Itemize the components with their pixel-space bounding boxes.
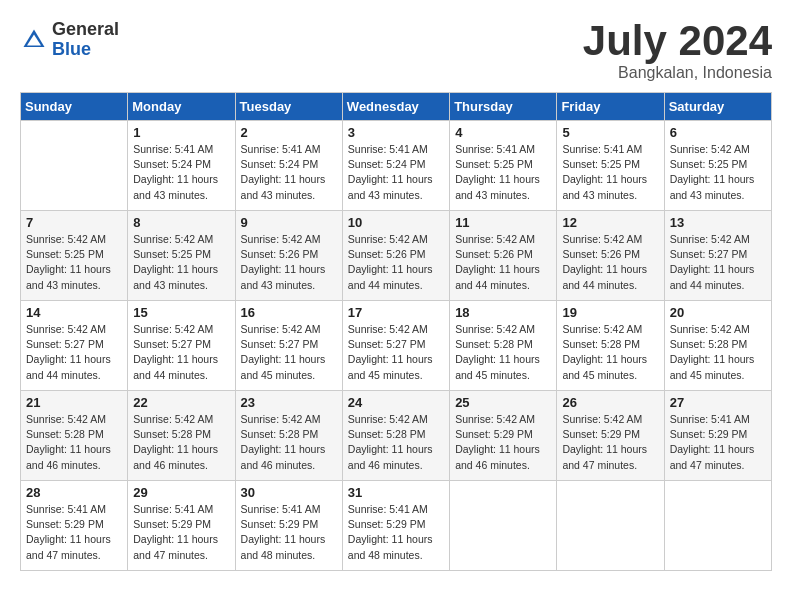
day-number: 14 (26, 305, 122, 320)
calendar-cell (21, 121, 128, 211)
calendar-cell: 2Sunrise: 5:41 AMSunset: 5:24 PMDaylight… (235, 121, 342, 211)
day-number: 9 (241, 215, 337, 230)
weekday-header: Thursday (450, 93, 557, 121)
day-number: 27 (670, 395, 766, 410)
calendar-cell: 3Sunrise: 5:41 AMSunset: 5:24 PMDaylight… (342, 121, 449, 211)
calendar-cell: 20Sunrise: 5:42 AMSunset: 5:28 PMDayligh… (664, 301, 771, 391)
calendar-cell: 16Sunrise: 5:42 AMSunset: 5:27 PMDayligh… (235, 301, 342, 391)
cell-info: Sunrise: 5:41 AMSunset: 5:25 PMDaylight:… (562, 142, 658, 203)
cell-info: Sunrise: 5:42 AMSunset: 5:28 PMDaylight:… (455, 322, 551, 383)
calendar-cell: 15Sunrise: 5:42 AMSunset: 5:27 PMDayligh… (128, 301, 235, 391)
day-number: 19 (562, 305, 658, 320)
cell-info: Sunrise: 5:42 AMSunset: 5:28 PMDaylight:… (348, 412, 444, 473)
day-number: 13 (670, 215, 766, 230)
cell-info: Sunrise: 5:42 AMSunset: 5:28 PMDaylight:… (241, 412, 337, 473)
day-number: 6 (670, 125, 766, 140)
calendar-cell: 4Sunrise: 5:41 AMSunset: 5:25 PMDaylight… (450, 121, 557, 211)
cell-info: Sunrise: 5:42 AMSunset: 5:25 PMDaylight:… (26, 232, 122, 293)
calendar-cell: 19Sunrise: 5:42 AMSunset: 5:28 PMDayligh… (557, 301, 664, 391)
day-number: 11 (455, 215, 551, 230)
day-number: 29 (133, 485, 229, 500)
calendar-cell: 28Sunrise: 5:41 AMSunset: 5:29 PMDayligh… (21, 481, 128, 571)
calendar-cell: 24Sunrise: 5:42 AMSunset: 5:28 PMDayligh… (342, 391, 449, 481)
cell-info: Sunrise: 5:41 AMSunset: 5:24 PMDaylight:… (133, 142, 229, 203)
day-number: 8 (133, 215, 229, 230)
logo: General Blue (20, 20, 119, 60)
calendar-cell: 8Sunrise: 5:42 AMSunset: 5:25 PMDaylight… (128, 211, 235, 301)
day-number: 3 (348, 125, 444, 140)
day-number: 12 (562, 215, 658, 230)
cell-info: Sunrise: 5:41 AMSunset: 5:29 PMDaylight:… (348, 502, 444, 563)
calendar-cell (664, 481, 771, 571)
cell-info: Sunrise: 5:42 AMSunset: 5:26 PMDaylight:… (455, 232, 551, 293)
cell-info: Sunrise: 5:42 AMSunset: 5:28 PMDaylight:… (670, 322, 766, 383)
cell-info: Sunrise: 5:42 AMSunset: 5:27 PMDaylight:… (241, 322, 337, 383)
day-number: 5 (562, 125, 658, 140)
calendar-cell: 7Sunrise: 5:42 AMSunset: 5:25 PMDaylight… (21, 211, 128, 301)
day-number: 4 (455, 125, 551, 140)
cell-info: Sunrise: 5:42 AMSunset: 5:26 PMDaylight:… (241, 232, 337, 293)
calendar-cell: 13Sunrise: 5:42 AMSunset: 5:27 PMDayligh… (664, 211, 771, 301)
cell-info: Sunrise: 5:42 AMSunset: 5:26 PMDaylight:… (562, 232, 658, 293)
calendar-cell: 23Sunrise: 5:42 AMSunset: 5:28 PMDayligh… (235, 391, 342, 481)
cell-info: Sunrise: 5:42 AMSunset: 5:26 PMDaylight:… (348, 232, 444, 293)
calendar-cell (450, 481, 557, 571)
cell-info: Sunrise: 5:42 AMSunset: 5:29 PMDaylight:… (562, 412, 658, 473)
weekday-header: Tuesday (235, 93, 342, 121)
month-title: July 2024 (583, 20, 772, 62)
calendar-cell: 5Sunrise: 5:41 AMSunset: 5:25 PMDaylight… (557, 121, 664, 211)
cell-info: Sunrise: 5:41 AMSunset: 5:29 PMDaylight:… (670, 412, 766, 473)
cell-info: Sunrise: 5:42 AMSunset: 5:28 PMDaylight:… (562, 322, 658, 383)
day-number: 20 (670, 305, 766, 320)
calendar-cell: 21Sunrise: 5:42 AMSunset: 5:28 PMDayligh… (21, 391, 128, 481)
calendar-cell: 27Sunrise: 5:41 AMSunset: 5:29 PMDayligh… (664, 391, 771, 481)
logo-icon (20, 26, 48, 54)
cell-info: Sunrise: 5:42 AMSunset: 5:27 PMDaylight:… (348, 322, 444, 383)
calendar-table: SundayMondayTuesdayWednesdayThursdayFrid… (20, 92, 772, 571)
weekday-header: Wednesday (342, 93, 449, 121)
calendar-cell: 30Sunrise: 5:41 AMSunset: 5:29 PMDayligh… (235, 481, 342, 571)
logo-general: General (52, 20, 119, 40)
cell-info: Sunrise: 5:42 AMSunset: 5:29 PMDaylight:… (455, 412, 551, 473)
calendar-cell: 29Sunrise: 5:41 AMSunset: 5:29 PMDayligh… (128, 481, 235, 571)
day-number: 30 (241, 485, 337, 500)
day-number: 24 (348, 395, 444, 410)
day-number: 17 (348, 305, 444, 320)
calendar-cell: 22Sunrise: 5:42 AMSunset: 5:28 PMDayligh… (128, 391, 235, 481)
calendar-cell: 6Sunrise: 5:42 AMSunset: 5:25 PMDaylight… (664, 121, 771, 211)
calendar-week-row: 14Sunrise: 5:42 AMSunset: 5:27 PMDayligh… (21, 301, 772, 391)
weekday-header: Sunday (21, 93, 128, 121)
cell-info: Sunrise: 5:42 AMSunset: 5:27 PMDaylight:… (670, 232, 766, 293)
calendar-week-row: 1Sunrise: 5:41 AMSunset: 5:24 PMDaylight… (21, 121, 772, 211)
cell-info: Sunrise: 5:42 AMSunset: 5:25 PMDaylight:… (670, 142, 766, 203)
cell-info: Sunrise: 5:41 AMSunset: 5:25 PMDaylight:… (455, 142, 551, 203)
weekday-header: Friday (557, 93, 664, 121)
day-number: 7 (26, 215, 122, 230)
day-number: 21 (26, 395, 122, 410)
cell-info: Sunrise: 5:41 AMSunset: 5:29 PMDaylight:… (26, 502, 122, 563)
calendar-cell: 1Sunrise: 5:41 AMSunset: 5:24 PMDaylight… (128, 121, 235, 211)
day-number: 15 (133, 305, 229, 320)
day-number: 31 (348, 485, 444, 500)
weekday-header: Monday (128, 93, 235, 121)
location: Bangkalan, Indonesia (583, 64, 772, 82)
calendar-week-row: 28Sunrise: 5:41 AMSunset: 5:29 PMDayligh… (21, 481, 772, 571)
calendar-week-row: 7Sunrise: 5:42 AMSunset: 5:25 PMDaylight… (21, 211, 772, 301)
calendar-cell: 9Sunrise: 5:42 AMSunset: 5:26 PMDaylight… (235, 211, 342, 301)
calendar-cell: 10Sunrise: 5:42 AMSunset: 5:26 PMDayligh… (342, 211, 449, 301)
calendar-cell: 25Sunrise: 5:42 AMSunset: 5:29 PMDayligh… (450, 391, 557, 481)
day-number: 2 (241, 125, 337, 140)
title-block: July 2024 Bangkalan, Indonesia (583, 20, 772, 82)
day-number: 10 (348, 215, 444, 230)
calendar-cell: 26Sunrise: 5:42 AMSunset: 5:29 PMDayligh… (557, 391, 664, 481)
calendar-week-row: 21Sunrise: 5:42 AMSunset: 5:28 PMDayligh… (21, 391, 772, 481)
day-number: 26 (562, 395, 658, 410)
calendar-cell: 31Sunrise: 5:41 AMSunset: 5:29 PMDayligh… (342, 481, 449, 571)
logo-blue: Blue (52, 40, 119, 60)
cell-info: Sunrise: 5:41 AMSunset: 5:29 PMDaylight:… (133, 502, 229, 563)
calendar-cell: 12Sunrise: 5:42 AMSunset: 5:26 PMDayligh… (557, 211, 664, 301)
calendar-cell: 17Sunrise: 5:42 AMSunset: 5:27 PMDayligh… (342, 301, 449, 391)
calendar-cell: 14Sunrise: 5:42 AMSunset: 5:27 PMDayligh… (21, 301, 128, 391)
day-number: 16 (241, 305, 337, 320)
logo-text: General Blue (52, 20, 119, 60)
